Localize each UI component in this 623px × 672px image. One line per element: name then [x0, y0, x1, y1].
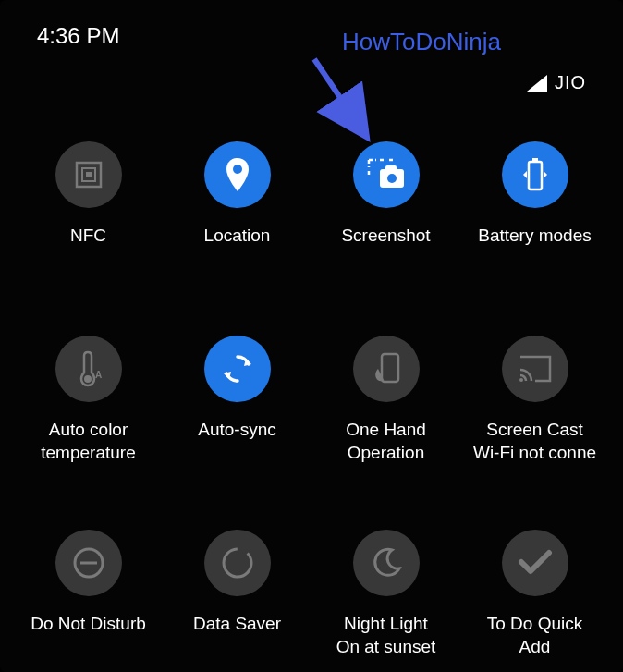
location-icon: [204, 141, 271, 208]
tile-night-light[interactable]: Night Light On at sunset: [316, 530, 456, 672]
tile-label: NFC: [70, 225, 106, 248]
status-time: 4:36 PM: [37, 23, 119, 49]
tile-label: Night Light On at sunset: [336, 613, 436, 658]
tile-battery-modes[interactable]: Battery modes: [465, 141, 605, 326]
svg-rect-10: [532, 158, 538, 162]
moon-icon: [353, 530, 420, 596]
svg-rect-8: [385, 165, 397, 171]
carrier-label: JIO: [555, 72, 586, 93]
svg-rect-15: [382, 354, 398, 382]
svg-text:A: A: [95, 370, 102, 380]
tile-label: Location: [204, 225, 271, 248]
tile-label: Do Not Disturb: [31, 613, 146, 636]
tile-one-hand-operation[interactable]: One Hand Operation: [316, 336, 456, 520]
tile-auto-color-temperature[interactable]: A Auto color temperature: [18, 336, 158, 520]
nfc-icon: [55, 141, 122, 208]
battery-icon: [502, 141, 568, 208]
tile-label: One Hand Operation: [346, 419, 426, 464]
cast-icon: [502, 336, 568, 402]
tile-do-not-disturb[interactable]: Do Not Disturb: [18, 530, 158, 672]
dnd-icon: [55, 530, 122, 596]
tile-todo-quick-add[interactable]: To Do Quick Add: [465, 530, 605, 672]
signal-icon: [527, 75, 547, 92]
tile-label: Data Saver: [193, 613, 281, 636]
tile-auto-sync[interactable]: Auto-sync: [167, 336, 307, 520]
screenshot-icon: [353, 141, 420, 208]
tile-label: Battery modes: [478, 225, 592, 248]
one-hand-icon: [353, 336, 420, 402]
svg-point-5: [233, 165, 242, 174]
status-right: JIO: [527, 72, 586, 93]
sync-icon: [204, 336, 271, 402]
tile-screenshot[interactable]: Screenshot: [316, 141, 456, 326]
data-saver-icon: [204, 530, 271, 596]
tile-nfc[interactable]: NFC: [18, 141, 158, 326]
svg-rect-4: [86, 172, 92, 177]
svg-point-16: [519, 378, 523, 382]
tile-label: Auto color temperature: [41, 419, 135, 464]
tile-location[interactable]: Location: [167, 141, 307, 326]
svg-point-7: [387, 174, 397, 183]
svg-line-1: [314, 59, 364, 133]
tile-label: Auto-sync: [198, 419, 275, 442]
status-bar: 4:36 PM: [0, 0, 623, 49]
svg-point-19: [224, 549, 251, 577]
thermometer-icon: A: [55, 336, 122, 402]
tile-screen-cast[interactable]: Screen Cast Wi-Fi not conne: [465, 336, 605, 520]
svg-rect-9: [529, 162, 542, 189]
tile-label: Screen Cast Wi-Fi not conne: [473, 419, 596, 464]
tile-label: To Do Quick Add: [487, 613, 582, 658]
check-icon: [502, 530, 568, 596]
svg-point-11: [84, 375, 92, 383]
tile-label: Screenshot: [341, 225, 430, 248]
annotation-arrow: [298, 52, 390, 144]
tile-data-saver[interactable]: Data Saver: [167, 530, 307, 672]
